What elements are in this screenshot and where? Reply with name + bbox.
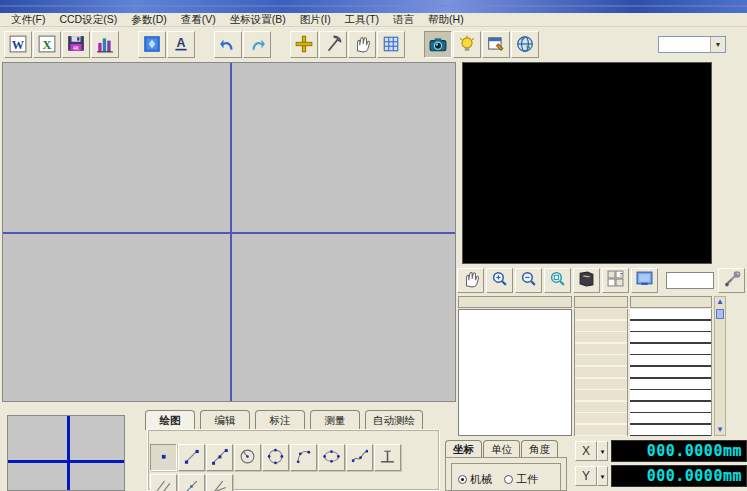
cad-drawing-view[interactable] [2, 62, 456, 402]
chevron-down-icon[interactable]: ▼ [710, 37, 725, 52]
display-icon [636, 270, 653, 290]
tab-编辑[interactable]: 编辑 [200, 410, 250, 429]
radio-工件[interactable]: 工件 [504, 472, 538, 487]
zoom-in-icon [491, 270, 508, 290]
font-button[interactable]: A [167, 31, 195, 58]
menu-item-4[interactable]: 查看(V) [174, 13, 223, 26]
results-scrollbar[interactable]: ▲ ▼ [714, 296, 726, 436]
crosshair-button[interactable] [290, 31, 318, 58]
spline-tool-button[interactable] [346, 444, 373, 471]
undo-button[interactable] [214, 31, 242, 58]
radio-label: 工件 [516, 472, 538, 487]
feature-listbox[interactable] [458, 309, 572, 436]
draw-tools-row1 [150, 444, 402, 471]
line-icon [183, 448, 200, 468]
hand-icon [353, 35, 371, 53]
scroll-down-icon[interactable]: ▼ [715, 425, 725, 435]
polyline-tool-button[interactable] [206, 444, 233, 471]
radio-机械[interactable]: 机械 [458, 472, 492, 487]
zoom-in-button[interactable] [486, 268, 513, 293]
point-tool-button[interactable] [150, 444, 177, 471]
arc-tool-button[interactable] [290, 444, 317, 471]
probe-button[interactable] [319, 31, 347, 58]
dro-readout: X▾000.0000mmY▾000.0000mm [575, 440, 747, 490]
bulb-button[interactable] [453, 31, 481, 58]
zoom-fit-button[interactable] [544, 268, 571, 293]
window-icon [487, 35, 505, 53]
report-button[interactable] [138, 31, 166, 58]
globe-button[interactable] [511, 31, 539, 58]
chart-button[interactable] [91, 31, 119, 58]
axis-Y-button[interactable]: Y [575, 466, 597, 486]
coord-tab-坐标[interactable]: 坐标 [445, 440, 482, 457]
zoom-out-button[interactable] [515, 268, 542, 293]
menu-item-7[interactable]: 工具(T) [338, 13, 386, 26]
axis-X-dropdown[interactable]: ▾ [597, 441, 608, 461]
redo-button[interactable] [243, 31, 271, 58]
camera-input-field[interactable] [666, 272, 714, 289]
hand-button[interactable] [457, 268, 484, 293]
display-button[interactable] [631, 268, 658, 293]
draw-tools-row2 [150, 474, 234, 491]
tab-绘图[interactable]: 绘图 [145, 410, 195, 430]
draw-tab-strip: 绘图编辑标注测量自动测绘 [145, 410, 428, 430]
coord-tab-角度[interactable]: 角度 [521, 440, 558, 457]
grid-button[interactable] [377, 31, 405, 58]
camera-video-view[interactable] [462, 62, 712, 264]
save-button[interactable]: 4K [62, 31, 90, 58]
midline-icon [183, 478, 200, 491]
coord-radio-row: 机械工件 [452, 472, 560, 487]
axis-Y-dropdown[interactable]: ▾ [597, 466, 608, 486]
midline-tool-button[interactable] [178, 474, 205, 491]
menu-bar: 文件(F)CCD设定(S)参数(D)查看(V)坐标设置(B)图片(I)工具(T)… [0, 13, 747, 27]
tab-测量[interactable]: 测量 [310, 410, 360, 429]
navigator-view[interactable] [7, 415, 125, 491]
word-button[interactable]: W [4, 31, 32, 58]
results-header-3 [630, 296, 712, 308]
tab-自动测绘[interactable]: 自动测绘 [365, 410, 423, 429]
axis-X-button[interactable]: X [575, 441, 597, 461]
axis-X-display: 000.0000mm [611, 440, 747, 462]
crosshair-icon [295, 35, 313, 53]
coord-tab-strip: 坐标单位角度 [445, 440, 559, 457]
perpendicular-tool-button[interactable] [374, 444, 401, 471]
menu-item-8[interactable]: 语言 [386, 13, 421, 26]
globe-icon [516, 35, 534, 53]
probe-icon [324, 35, 342, 53]
radio-dot [458, 475, 467, 484]
ellipse-tool-button[interactable] [318, 444, 345, 471]
toolbar-combobox[interactable]: ▼ [658, 36, 726, 53]
menu-item-6[interactable]: 图片(I) [293, 13, 338, 26]
menu-item-5[interactable]: 坐标设置(B) [223, 13, 293, 26]
book-button[interactable] [573, 268, 600, 293]
spline-icon [351, 448, 368, 468]
camera-button[interactable] [424, 31, 452, 58]
menu-item-3[interactable]: 参数(D) [124, 13, 174, 26]
circle-points-tool-button[interactable] [262, 444, 289, 471]
parallel-icon [155, 478, 172, 491]
menu-item-1[interactable]: 文件(F) [4, 13, 52, 26]
scrollbar-thumb[interactable] [716, 309, 724, 319]
wrench-button[interactable] [718, 268, 745, 293]
hand-button[interactable] [348, 31, 376, 58]
excel-icon: X [38, 35, 56, 53]
scroll-up-icon[interactable]: ▲ [715, 297, 725, 307]
menu-item-9[interactable]: 帮助(H) [421, 13, 471, 26]
ellipse-icon [323, 448, 340, 468]
parallel-tool-button[interactable] [150, 474, 177, 491]
quad-icon: 7 [607, 270, 624, 290]
svg-text:W: W [12, 38, 25, 52]
window-button[interactable] [482, 31, 510, 58]
line-tool-button[interactable] [178, 444, 205, 471]
hand-icon [462, 270, 480, 291]
dro-row-X: X▾000.0000mm [575, 440, 747, 462]
quad-button[interactable]: 7 [602, 268, 629, 293]
results-header-2 [574, 296, 628, 308]
excel-button[interactable]: X [33, 31, 61, 58]
angle-tool-button[interactable] [206, 474, 233, 491]
menu-item-2[interactable]: CCD设定(S) [52, 13, 124, 26]
tab-标注[interactable]: 标注 [255, 410, 305, 429]
toolbar-group [424, 31, 540, 58]
circle-radius-tool-button[interactable] [234, 444, 261, 471]
coord-tab-单位[interactable]: 单位 [483, 440, 520, 457]
